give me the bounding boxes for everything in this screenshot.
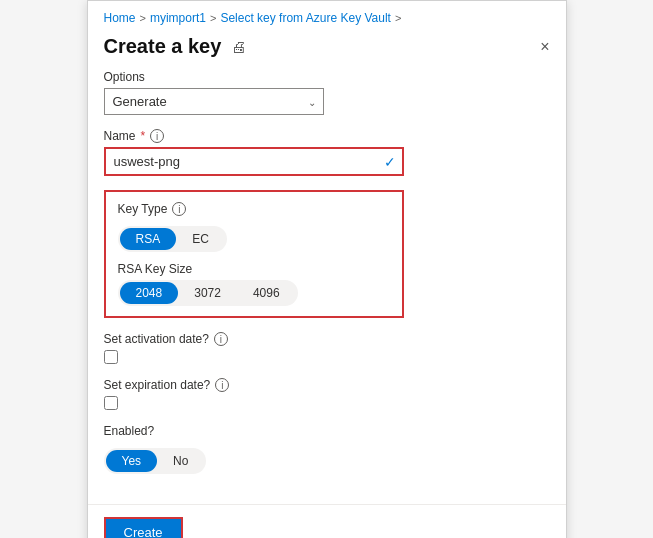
rsa-key-size-group: RSA Key Size 2048 3072 4096 <box>118 262 390 306</box>
close-icon[interactable]: × <box>540 38 549 56</box>
key-type-group: Key Type i RSA EC <box>118 202 390 252</box>
activation-date-group: Set activation date? i <box>104 332 550 364</box>
expiration-date-checkbox-row <box>104 396 550 410</box>
modal-footer: Create <box>88 504 566 538</box>
activation-date-info-icon[interactable]: i <box>214 332 228 346</box>
enabled-group: Enabled? Yes No <box>104 424 550 474</box>
enabled-label: Enabled? <box>104 424 550 438</box>
options-label: Options <box>104 70 550 84</box>
key-type-ec-button[interactable]: EC <box>176 228 225 250</box>
modal-content: Options Generate Import Restore ⌄ Name *… <box>88 70 566 504</box>
enabled-no-button[interactable]: No <box>157 450 204 472</box>
name-label: Name * i <box>104 129 550 143</box>
size-3072-button[interactable]: 3072 <box>178 282 237 304</box>
enabled-yes-button[interactable]: Yes <box>106 450 158 472</box>
name-input[interactable] <box>104 147 404 176</box>
page-title: Create a key <box>104 35 222 58</box>
key-type-rsa-button[interactable]: RSA <box>120 228 177 250</box>
breadcrumb: Home > myimport1 > Select key from Azure… <box>88 1 566 31</box>
required-indicator: * <box>141 129 146 143</box>
key-type-label: Key Type i <box>118 202 390 216</box>
name-check-icon: ✓ <box>384 154 396 170</box>
activation-date-checkbox-row <box>104 350 550 364</box>
activation-date-label: Set activation date? i <box>104 332 550 346</box>
name-input-wrapper: ✓ <box>104 147 404 176</box>
rsa-key-size-label: RSA Key Size <box>118 262 390 276</box>
breadcrumb-sep-2: > <box>210 12 216 24</box>
breadcrumb-home[interactable]: Home <box>104 11 136 25</box>
expiration-date-group: Set expiration date? i <box>104 378 550 410</box>
breadcrumb-sep-3: > <box>395 12 401 24</box>
create-key-modal: Home > myimport1 > Select key from Azure… <box>87 0 567 538</box>
size-4096-button[interactable]: 4096 <box>237 282 296 304</box>
enabled-toggle-group: Yes No <box>104 448 207 474</box>
expiration-date-label: Set expiration date? i <box>104 378 550 392</box>
name-group: Name * i ✓ <box>104 129 550 176</box>
options-group: Options Generate Import Restore ⌄ <box>104 70 550 115</box>
expiration-date-info-icon[interactable]: i <box>215 378 229 392</box>
create-button[interactable]: Create <box>104 517 183 538</box>
name-info-icon[interactable]: i <box>150 129 164 143</box>
breadcrumb-sep-1: > <box>140 12 146 24</box>
activation-date-checkbox[interactable] <box>104 350 118 364</box>
key-type-section: Key Type i RSA EC RSA Key Size 2048 3072… <box>104 190 404 318</box>
breadcrumb-select-key[interactable]: Select key from Azure Key Vault <box>220 11 391 25</box>
rsa-key-size-toggle-group: 2048 3072 4096 <box>118 280 298 306</box>
breadcrumb-myimport[interactable]: myimport1 <box>150 11 206 25</box>
key-type-toggle-group: RSA EC <box>118 226 227 252</box>
options-select-wrapper: Generate Import Restore ⌄ <box>104 88 324 115</box>
options-select[interactable]: Generate Import Restore <box>104 88 324 115</box>
key-type-info-icon[interactable]: i <box>172 202 186 216</box>
size-2048-button[interactable]: 2048 <box>120 282 179 304</box>
header-left: Create a key 🖨 <box>104 35 247 58</box>
expiration-date-checkbox[interactable] <box>104 396 118 410</box>
modal-header: Create a key 🖨 × <box>88 31 566 70</box>
print-icon[interactable]: 🖨 <box>231 38 246 55</box>
